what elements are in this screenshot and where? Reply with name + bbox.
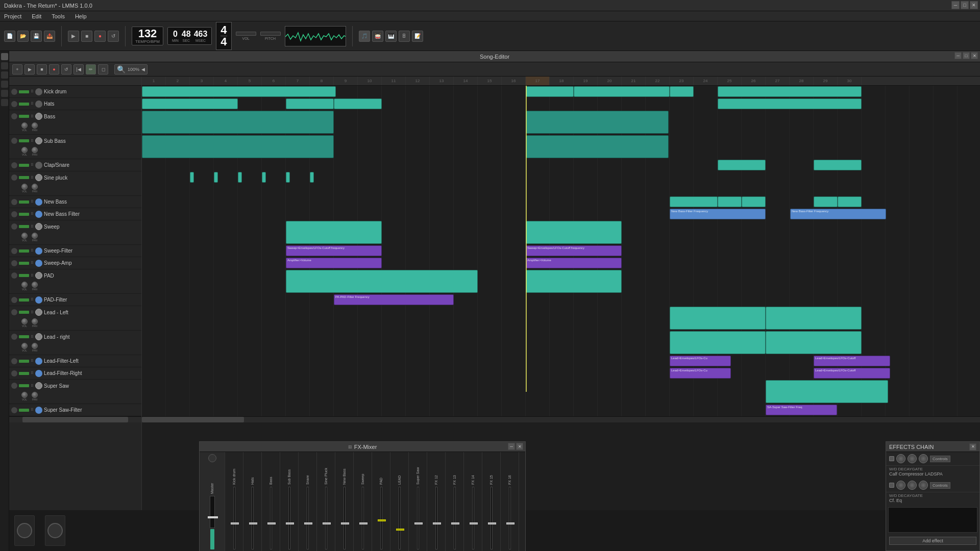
- zoom-down-icon[interactable]: ◀: [141, 67, 145, 72]
- effect-knob-decay-1[interactable]: [908, 454, 917, 463]
- track-gear-leadfilterleft[interactable]: [11, 358, 17, 364]
- track-mute-padfilter[interactable]: [19, 298, 29, 302]
- open-button[interactable]: 📂: [17, 31, 29, 42]
- track-mute-leadright[interactable]: [19, 335, 29, 338]
- midi-icon[interactable]: [1, 71, 8, 79]
- project-notes-btn[interactable]: 📝: [412, 31, 423, 42]
- newbass-fader[interactable]: [341, 522, 349, 524]
- se-record-button[interactable]: ●: [49, 64, 59, 74]
- horizontal-scrollbar[interactable]: [142, 416, 980, 422]
- track-mute-sinepluck[interactable]: [19, 176, 29, 179]
- pattern-track-supersaw[interactable]: [142, 380, 980, 404]
- track-gear-kickdrum[interactable]: [11, 89, 17, 95]
- pattern-newbass-4[interactable]: [814, 196, 838, 207]
- effect-knob-decay-2[interactable]: [908, 481, 917, 490]
- pattern-track-subbass[interactable]: [142, 135, 980, 159]
- pattern-track-supersawfilter[interactable]: SA-Super Saw-Filter Freq: [142, 404, 980, 416]
- track-gear-sinepluck[interactable]: [11, 174, 17, 181]
- effect-controls-btn-2[interactable]: Controls: [930, 482, 950, 489]
- pattern-leadleft-2[interactable]: [766, 307, 862, 330]
- pattern-leadright-2[interactable]: [766, 331, 862, 354]
- sinepluck-vol-knob[interactable]: [21, 184, 28, 190]
- pattern-newbass-5[interactable]: [838, 196, 862, 207]
- fx15-fader[interactable]: [488, 522, 496, 524]
- pattern-sweepamp-1[interactable]: Amplifier>Volume: [286, 258, 382, 268]
- song-editor-minimize[interactable]: ─: [954, 52, 962, 59]
- piano-roll-btn[interactable]: 🎹: [385, 31, 397, 42]
- pattern-sine-6[interactable]: [310, 172, 314, 183]
- track-mute-hats[interactable]: [19, 103, 29, 106]
- track-mute-newbassfilter[interactable]: [19, 213, 29, 216]
- track-gear-supersaw[interactable]: [11, 383, 17, 389]
- record-button[interactable]: ●: [94, 31, 106, 42]
- sweep-vol-knob[interactable]: [21, 233, 28, 239]
- loop-button[interactable]: ↺: [108, 31, 119, 42]
- pattern-newbassfilter-2[interactable]: New Bass-Filter Frequency: [790, 209, 886, 219]
- pattern-newbass-3[interactable]: [742, 196, 766, 207]
- pattern-track-sweepfilter[interactable]: Sweep>Envelopes/LFOs-Cutoff frequency Sw…: [142, 245, 980, 257]
- pattern-track-sweep[interactable]: [142, 220, 980, 245]
- pad-vol-knob[interactable]: [21, 282, 28, 288]
- track-gear-pad[interactable]: [11, 272, 17, 279]
- track-mute-supersaw[interactable]: [19, 384, 29, 387]
- pattern-pad-1[interactable]: [286, 270, 478, 293]
- samples-icon[interactable]: [1, 81, 8, 88]
- pattern-track-leadright[interactable]: [142, 331, 980, 355]
- pattern-sweepamp-2[interactable]: Amplifier>Volume: [526, 258, 622, 268]
- pattern-track-kickdrum[interactable]: [142, 86, 980, 98]
- pattern-kickdrum-2[interactable]: [526, 86, 574, 97]
- track-mute-sweepamp[interactable]: [19, 262, 29, 265]
- export-button[interactable]: 📤: [44, 31, 55, 42]
- left-scrollbar[interactable]: [9, 416, 141, 422]
- pattern-leadfilterright-2[interactable]: Lead>Envelopes/LFOs-Cutoff: [814, 368, 890, 379]
- track-mute-kickdrum[interactable]: [19, 90, 29, 93]
- track-mute-bass[interactable]: [19, 115, 29, 118]
- timesig-top[interactable]: 4: [220, 24, 227, 36]
- se-play-button[interactable]: ▶: [24, 64, 35, 74]
- supersaw-fader[interactable]: [414, 522, 423, 524]
- effects-icon[interactable]: [1, 62, 8, 69]
- track-mute-newbass[interactable]: [19, 201, 29, 204]
- pad-fader[interactable]: [378, 519, 386, 521]
- track-mute-sweep[interactable]: [19, 225, 29, 228]
- track-mute-leadfilterright[interactable]: [19, 372, 29, 375]
- effect-knob-gate-2[interactable]: [919, 481, 928, 490]
- fx-mixer-btn[interactable]: 🎚: [399, 31, 410, 42]
- sweep-fader[interactable]: [359, 522, 368, 524]
- pattern-sweep-1[interactable]: [286, 221, 382, 244]
- save-button[interactable]: 💾: [31, 31, 42, 42]
- leadleft-pan-knob[interactable]: [32, 318, 38, 324]
- pattern-leadfilterleft-1[interactable]: Lead>Envelopes/LFOs-Cu: [670, 356, 731, 366]
- pattern-sweep-2[interactable]: [526, 221, 622, 244]
- pattern-kickdrum-5[interactable]: [718, 86, 862, 97]
- pattern-padfilter-1[interactable]: PA-PAD-Filter Frequency: [334, 294, 454, 305]
- add-effect-button[interactable]: Add effect: [889, 537, 976, 545]
- pattern-track-padfilter[interactable]: PA-PAD-Filter Frequency: [142, 294, 980, 306]
- song-editor-btn[interactable]: 🎵: [359, 31, 370, 42]
- pattern-track-leadfilterleft[interactable]: Lead>Envelopes/LFOs-Cu Lead>Envelopes/LF…: [142, 355, 980, 367]
- fx16-fader[interactable]: [506, 522, 514, 524]
- snare-fader[interactable]: [304, 522, 312, 524]
- timesig-bottom[interactable]: 4: [220, 36, 227, 47]
- beat-editor-btn[interactable]: 🥁: [372, 31, 383, 42]
- pattern-kickdrum-3[interactable]: [574, 86, 670, 97]
- presets-icon[interactable]: [1, 99, 8, 106]
- leadright-pan-knob[interactable]: [32, 343, 38, 349]
- effect-controls-btn-1[interactable]: Controls: [930, 456, 950, 462]
- fx-mixer-close[interactable]: ✕: [516, 443, 523, 450]
- pattern-kickdrum-4[interactable]: [670, 86, 694, 97]
- track-gear-clapsnare[interactable]: [11, 162, 17, 168]
- track-gear-hats[interactable]: [11, 101, 17, 107]
- effect-knob-gate-1[interactable]: [919, 454, 928, 463]
- scroll-thumb[interactable]: [22, 417, 128, 422]
- fx13-fader[interactable]: [451, 522, 459, 524]
- pattern-leadfilterleft-2[interactable]: Lead>Envelopes/LFOs-Cutoff: [814, 356, 890, 366]
- pattern-clap-1[interactable]: [718, 160, 766, 170]
- sinepluck-pan-knob[interactable]: [32, 184, 38, 190]
- track-gear-newbassfilter[interactable]: [11, 211, 17, 217]
- track-gear-leadfilterright[interactable]: [11, 370, 17, 377]
- sweep-pan-knob[interactable]: [32, 233, 38, 239]
- menu-help[interactable]: Help: [73, 13, 89, 19]
- track-gear-bass[interactable]: [11, 113, 17, 119]
- effect-enable-1[interactable]: [889, 456, 894, 461]
